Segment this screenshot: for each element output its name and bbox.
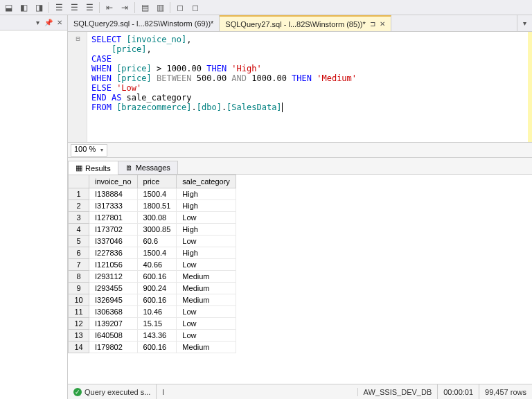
cell[interactable]: 60.6: [137, 236, 177, 247]
cell[interactable]: High: [177, 200, 236, 212]
tool-icon[interactable]: ◻: [173, 1, 187, 14]
row-number[interactable]: 3: [69, 212, 89, 224]
cell[interactable]: 900.24: [137, 283, 177, 294]
tool-icon[interactable]: ☰: [82, 1, 96, 14]
zoom-select[interactable]: 100 %: [71, 144, 107, 157]
editor-content[interactable]: SELECT [invoice_no], [price],CASEWHEN [p…: [87, 32, 532, 142]
tool-icon[interactable]: ◧: [17, 1, 30, 14]
table-row[interactable]: 10I326945600.16Medium: [69, 294, 236, 306]
table-row[interactable]: 1I1388841500.4High: [69, 188, 236, 200]
cell[interactable]: I337046: [89, 236, 138, 247]
cell[interactable]: Medium: [177, 271, 236, 283]
cell[interactable]: I326945: [89, 294, 138, 306]
table-row[interactable]: 14I179802600.16Medium: [69, 342, 236, 353]
row-number[interactable]: 13: [69, 330, 89, 342]
cell[interactable]: 600.16: [137, 271, 177, 283]
cell[interactable]: Low: [177, 236, 236, 247]
table-row[interactable]: 9I293455900.24Medium: [69, 283, 236, 294]
cell[interactable]: I640508: [89, 330, 138, 342]
cell[interactable]: High: [177, 224, 236, 236]
table-row[interactable]: 8I293112600.16Medium: [69, 271, 236, 283]
cell[interactable]: I173702: [89, 224, 138, 236]
cell[interactable]: High: [177, 188, 236, 200]
row-number-header[interactable]: [69, 175, 89, 188]
row-number[interactable]: 2: [69, 200, 89, 212]
cell[interactable]: 1500.4: [137, 188, 177, 200]
row-number[interactable]: 11: [69, 306, 89, 318]
cell[interactable]: I227836: [89, 247, 138, 259]
cell[interactable]: Low: [177, 306, 236, 318]
tool-icon[interactable]: ☰: [67, 1, 81, 14]
indent-icon[interactable]: ⇥: [118, 1, 132, 14]
sql-editor[interactable]: ⊟ SELECT [invoice_no], [price],CASEWHEN …: [68, 32, 532, 143]
cell[interactable]: 15.15: [137, 318, 177, 330]
cell[interactable]: 300.08: [137, 212, 177, 224]
cell[interactable]: 1800.51: [137, 200, 177, 212]
cell[interactable]: 600.16: [137, 342, 177, 353]
row-number[interactable]: 4: [69, 224, 89, 236]
row-number[interactable]: 9: [69, 283, 89, 294]
close-icon[interactable]: ✕: [55, 18, 64, 28]
cell[interactable]: 3000.85: [137, 224, 177, 236]
cell[interactable]: I127801: [89, 212, 138, 224]
row-number[interactable]: 6: [69, 247, 89, 259]
cell[interactable]: I139207: [89, 318, 138, 330]
cell[interactable]: 143.36: [137, 330, 177, 342]
row-number[interactable]: 5: [69, 236, 89, 247]
cell[interactable]: Medium: [177, 342, 236, 353]
tabs-overflow-icon[interactable]: ▾: [517, 15, 532, 31]
tool-icon[interactable]: ⬓: [1, 1, 15, 14]
tool-icon[interactable]: ◻: [188, 1, 202, 14]
cell[interactable]: Medium: [177, 283, 236, 294]
table-row[interactable]: 4I1737023000.85High: [69, 224, 236, 236]
cell[interactable]: 1500.4: [137, 247, 177, 259]
table-row[interactable]: 3I127801300.08Low: [69, 212, 236, 224]
results-tab[interactable]: 🗎Messages: [118, 161, 178, 174]
cell[interactable]: High: [177, 247, 236, 259]
cell[interactable]: Low: [177, 318, 236, 330]
cell[interactable]: I179802: [89, 342, 138, 353]
collapse-icon[interactable]: ⊟: [69, 35, 87, 42]
column-header[interactable]: price: [137, 175, 177, 188]
document-tab[interactable]: SQLQuery27.sql - l...82S\Winstorm (85))*…: [220, 15, 391, 31]
table-row[interactable]: 2I3173331800.51High: [69, 200, 236, 212]
document-tab[interactable]: SQLQuery29.sql - l...82S\Winstorm (69))*: [68, 15, 220, 31]
table-row[interactable]: 5I33704660.6Low: [69, 236, 236, 247]
row-number[interactable]: 1: [69, 188, 89, 200]
pin-icon[interactable]: ⊐: [370, 20, 375, 28]
cell[interactable]: Medium: [177, 294, 236, 306]
row-number[interactable]: 7: [69, 259, 89, 271]
cell[interactable]: I293112: [89, 271, 138, 283]
row-number[interactable]: 14: [69, 342, 89, 353]
cell[interactable]: Low: [177, 330, 236, 342]
cell[interactable]: I121056: [89, 259, 138, 271]
row-number[interactable]: 12: [69, 318, 89, 330]
table-row[interactable]: 12I13920715.15Low: [69, 318, 236, 330]
cell[interactable]: 40.66: [137, 259, 177, 271]
column-header[interactable]: invoice_no: [89, 175, 138, 188]
cell[interactable]: I306368: [89, 306, 138, 318]
cell[interactable]: I138884: [89, 188, 138, 200]
tool-icon[interactable]: ◨: [32, 1, 46, 14]
cell[interactable]: I293455: [89, 283, 138, 294]
comment-icon[interactable]: ▤: [138, 1, 152, 14]
outdent-icon[interactable]: ⇤: [103, 1, 116, 14]
table-row[interactable]: 13I640508143.36Low: [69, 330, 236, 342]
table-row[interactable]: 7I12105640.66Low: [69, 259, 236, 271]
table-row[interactable]: 11I30636810.46Low: [69, 306, 236, 318]
tool-icon[interactable]: ☰: [52, 1, 66, 14]
dropdown-icon[interactable]: ▾: [33, 18, 42, 28]
column-header[interactable]: sale_category: [177, 175, 236, 188]
row-number[interactable]: 8: [69, 271, 89, 283]
cell[interactable]: Low: [177, 212, 236, 224]
uncomment-icon[interactable]: ▥: [153, 1, 167, 14]
table-row[interactable]: 6I2278361500.4High: [69, 247, 236, 259]
cell[interactable]: 10.46: [137, 306, 177, 318]
close-icon[interactable]: ✕: [380, 20, 385, 28]
pin-icon[interactable]: 📌: [44, 18, 53, 28]
cell[interactable]: 600.16: [137, 294, 177, 306]
cell[interactable]: I317333: [89, 200, 138, 212]
cell[interactable]: Low: [177, 259, 236, 271]
results-grid[interactable]: invoice_nopricesale_category1I1388841500…: [68, 175, 532, 384]
results-tab[interactable]: ▦Results: [68, 161, 118, 175]
